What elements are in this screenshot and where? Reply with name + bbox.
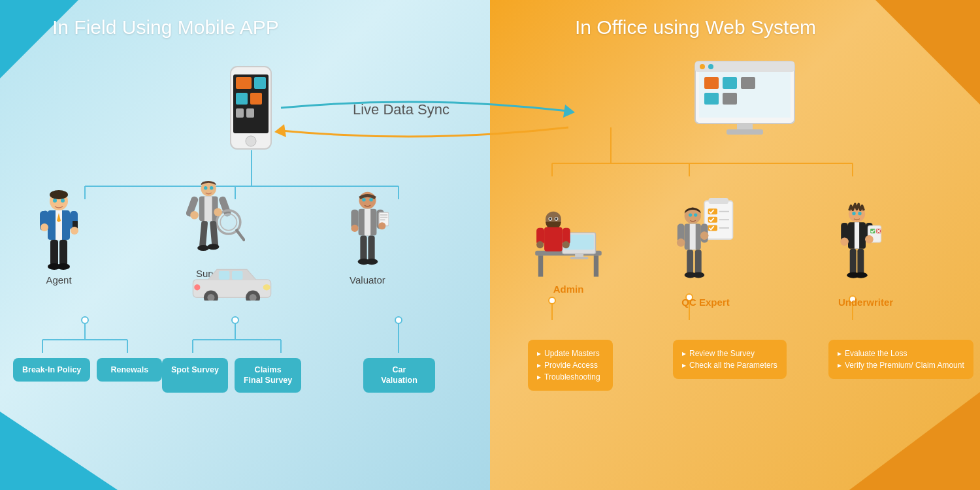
admin-task-2: Provide Access <box>537 359 604 371</box>
valuator-figure <box>346 189 389 274</box>
qc-figure <box>676 196 735 294</box>
underwriter-task-list: Evaluate the Loss Verify the Premium/ Cl… <box>828 340 973 379</box>
svg-line-75 <box>237 231 244 240</box>
admin-character: Admin <box>529 203 608 295</box>
svg-rect-137 <box>690 224 696 250</box>
task-renewals: Renewals <box>97 358 162 382</box>
underwriter-label: Underwriter <box>838 297 893 308</box>
svg-rect-159 <box>850 249 857 275</box>
svg-point-61 <box>71 227 78 235</box>
underwriter-character: Underwriter <box>836 199 895 308</box>
svg-rect-118 <box>544 227 563 252</box>
admin-tasks-box: Update Masters Provide Access Troublesho… <box>528 340 613 391</box>
admin-task-1: Update Masters <box>537 348 604 359</box>
svg-point-83 <box>210 186 213 189</box>
svg-point-76 <box>190 211 199 220</box>
admin-task-list: Update Masters Provide Access Troublesho… <box>528 340 613 391</box>
svg-point-102 <box>351 225 358 232</box>
task-claims-final-survey: ClaimsFinal Survey <box>235 358 301 393</box>
svg-point-81 <box>207 244 219 250</box>
svg-point-146 <box>689 213 692 216</box>
svg-rect-105 <box>368 236 374 261</box>
qc-task-list: Review the Survey Check all the Paramete… <box>673 340 787 379</box>
svg-rect-143 <box>695 250 702 274</box>
agent-label: Agent <box>46 274 71 286</box>
svg-point-125 <box>549 218 551 220</box>
svg-rect-112 <box>594 255 598 276</box>
underwriter-tasks-box: Evaluate the Loss Verify the Premium/ Cl… <box>828 340 973 379</box>
svg-rect-104 <box>360 236 367 261</box>
car-graphic <box>189 265 274 303</box>
surveyor-character: Surveyor <box>186 176 245 279</box>
svg-point-147 <box>694 213 697 216</box>
agent-character: Agent <box>36 189 82 286</box>
sync-label: Live Data Sync <box>353 101 449 118</box>
valuator-label: Valuator <box>350 274 385 286</box>
qc-character: QC Expert <box>676 196 735 308</box>
qc-task-1: Review the Survey <box>682 348 777 359</box>
svg-point-91 <box>263 284 270 290</box>
svg-rect-111 <box>538 255 543 276</box>
agent-tasks: Break-In Policy Renewals <box>13 358 162 382</box>
surveyor-figure <box>186 176 245 268</box>
svg-rect-70 <box>204 196 212 221</box>
svg-point-28 <box>82 317 88 323</box>
svg-rect-101 <box>380 220 385 221</box>
svg-point-157 <box>840 238 849 246</box>
qc-label: QC Expert <box>681 297 729 308</box>
admin-task-3: Troubleshooting <box>537 371 604 383</box>
admin-label: Admin <box>553 284 584 295</box>
svg-rect-86 <box>232 271 243 280</box>
svg-point-107 <box>366 259 378 265</box>
svg-point-82 <box>204 186 207 189</box>
svg-rect-99 <box>380 214 387 216</box>
svg-rect-128 <box>709 198 729 204</box>
underwriter-task-2: Verify the Premium/ Claim Amount <box>838 359 964 371</box>
svg-point-141 <box>700 231 709 240</box>
svg-point-145 <box>693 272 704 278</box>
svg-rect-100 <box>380 217 387 218</box>
task-spot-survey: Spot Survey <box>162 358 228 393</box>
svg-point-108 <box>362 198 366 202</box>
svg-point-121 <box>536 241 544 248</box>
svg-point-67 <box>61 199 65 203</box>
svg-point-66 <box>53 199 57 203</box>
surveyor-tasks: Spot Survey ClaimsFinal Survey <box>162 358 301 393</box>
svg-rect-95 <box>365 209 370 236</box>
underwriter-task-1: Evaluate the Loss <box>838 348 964 359</box>
valuator-tasks: CarValuation <box>363 358 435 393</box>
valuator-character: Valuator <box>346 189 389 286</box>
qc-task-2: Check all the Parameters <box>682 359 777 371</box>
svg-point-164 <box>858 212 861 215</box>
agent-figure <box>36 189 82 274</box>
svg-rect-85 <box>219 271 230 280</box>
svg-rect-151 <box>855 222 859 249</box>
svg-rect-62 <box>50 240 58 266</box>
svg-rect-116 <box>570 257 589 259</box>
svg-point-38 <box>395 317 402 323</box>
task-break-in-policy: Break-In Policy <box>13 358 90 382</box>
svg-point-126 <box>555 218 558 220</box>
qc-tasks-box: Review the Survey Check all the Paramete… <box>673 340 787 379</box>
svg-rect-78 <box>199 221 208 248</box>
task-car-valuation: CarValuation <box>363 358 435 393</box>
svg-point-80 <box>197 245 209 251</box>
svg-rect-142 <box>687 250 693 274</box>
svg-point-60 <box>41 223 48 231</box>
svg-point-92 <box>194 284 200 290</box>
svg-point-65 <box>57 263 70 270</box>
svg-point-74 <box>220 214 237 230</box>
underwriter-figure <box>836 199 895 294</box>
svg-point-163 <box>852 212 855 215</box>
svg-rect-160 <box>857 249 864 275</box>
svg-point-103 <box>378 222 385 229</box>
svg-point-122 <box>563 241 570 248</box>
svg-point-77 <box>214 208 222 216</box>
svg-point-140 <box>677 238 685 247</box>
svg-point-33 <box>232 317 238 323</box>
svg-point-162 <box>855 272 868 278</box>
svg-point-52 <box>50 190 68 199</box>
svg-point-109 <box>369 198 373 202</box>
admin-figure <box>529 203 608 281</box>
svg-point-45 <box>549 297 555 304</box>
